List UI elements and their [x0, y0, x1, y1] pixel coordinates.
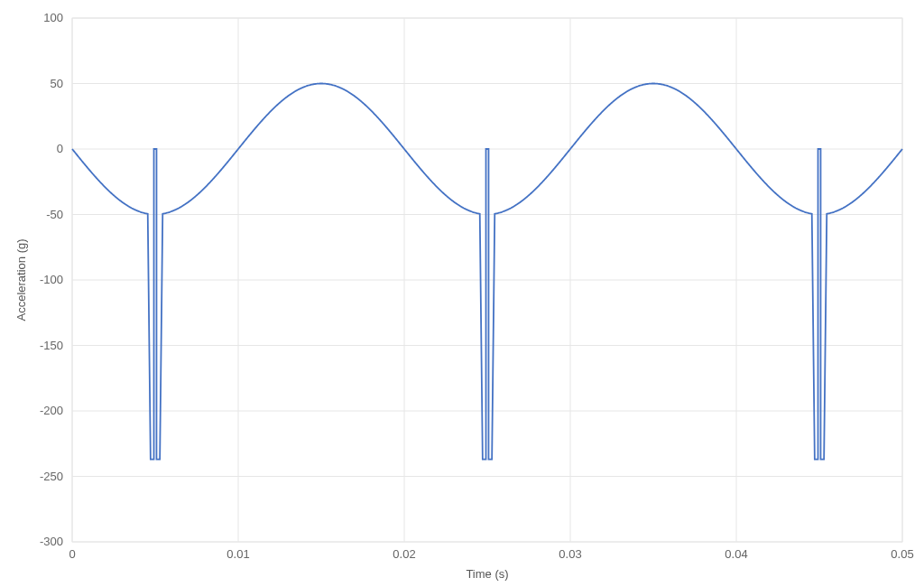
y-tick-label: 0 — [57, 142, 63, 155]
y-tick-label: -50 — [46, 208, 63, 221]
y-tick-label: -150 — [40, 339, 63, 352]
y-tick-label: -100 — [40, 273, 63, 286]
chart-svg: 00.010.020.030.040.05-300-250-200-150-10… — [0, 0, 924, 587]
y-axis-label: Acceleration (g) — [14, 238, 28, 321]
chart-container: 00.010.020.030.040.05-300-250-200-150-10… — [0, 0, 924, 587]
x-tick-label: 0.03 — [559, 547, 581, 561]
x-axis-label: Time (s) — [466, 567, 508, 581]
y-tick-label: 50 — [51, 77, 63, 90]
x-tick-label: 0.02 — [393, 547, 415, 561]
x-tick-label: 0.01 — [226, 547, 249, 561]
y-tick-label: -300 — [40, 535, 63, 548]
x-tick-label: 0.05 — [891, 547, 913, 561]
y-tick-label: -250 — [40, 470, 63, 483]
y-tick-label: -200 — [40, 404, 63, 417]
y-tick-label: 100 — [43, 11, 63, 24]
x-tick-label: 0.04 — [725, 547, 747, 561]
x-tick-label: 0 — [69, 547, 75, 561]
